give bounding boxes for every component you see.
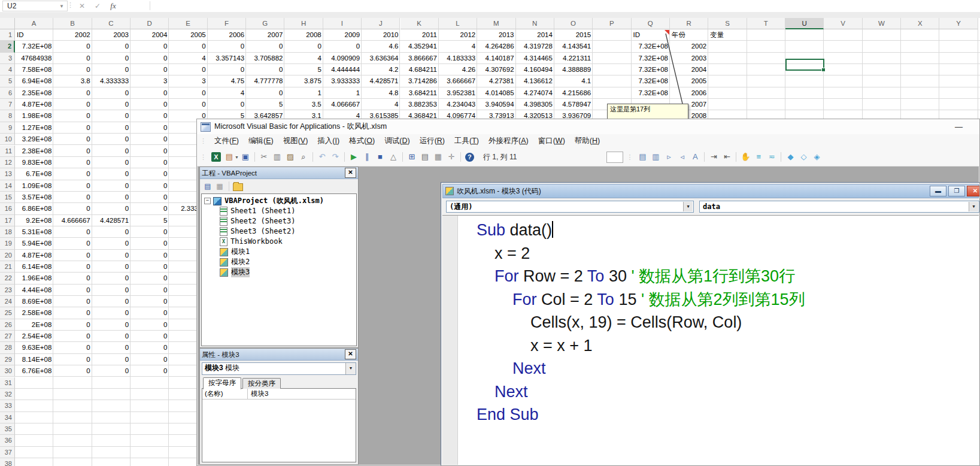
cell-D19[interactable]: 0 (131, 238, 169, 249)
cell-D18[interactable]: 0 (131, 226, 169, 238)
cell-O2[interactable]: 4.143541 (554, 41, 593, 52)
cell-N4[interactable]: 4.160494 (516, 64, 554, 75)
cell-D14[interactable]: 0 (131, 180, 169, 192)
cell-B4[interactable]: 0 (53, 64, 92, 75)
cell-H4[interactable]: 5 (284, 64, 323, 75)
toggle-breakpoint-icon[interactable]: ✋ (739, 151, 751, 163)
cell-F4[interactable]: 0 (208, 64, 246, 75)
cell-A22[interactable]: 1.96E+08 (15, 273, 53, 284)
cell-L6[interactable]: 3.952381 (439, 87, 477, 99)
cell-C5[interactable]: 4.333333 (92, 75, 131, 87)
cell-D22[interactable]: 0 (131, 273, 169, 284)
cell-B6[interactable]: 0 (53, 87, 92, 99)
cell-R6[interactable]: 2006 (670, 87, 708, 99)
code-editor-area[interactable]: Sub data() x = 2 For Row = 2 To 30 ' 数据从… (442, 215, 979, 465)
row-header-12[interactable]: 12 (0, 157, 15, 168)
cell-A25[interactable]: 2.58E+08 (15, 307, 53, 319)
row-header-19[interactable]: 19 (0, 238, 15, 249)
row-header-30[interactable]: 30 (0, 365, 15, 377)
restore-icon[interactable]: ❐ (948, 186, 965, 196)
close-icon[interactable]: ✕ (345, 168, 356, 178)
column-header-V[interactable]: V (824, 18, 862, 29)
cell-D10[interactable]: 0 (131, 134, 169, 145)
reset-icon[interactable]: ■ (374, 151, 386, 163)
cell-C18[interactable]: 0 (92, 226, 131, 238)
select-all-corner[interactable] (0, 18, 15, 29)
cell-A13[interactable]: 6.7E+08 (15, 168, 53, 180)
tree-root[interactable]: −VBAProject (吹风机.xlsm) (204, 196, 356, 206)
list-constants-icon[interactable]: ▥ (650, 151, 662, 163)
cell-A29[interactable]: 8.14E+08 (15, 354, 53, 365)
cell-D12[interactable]: 0 (131, 157, 169, 168)
object-combo[interactable]: (通用) ▼ (446, 201, 694, 213)
cell-N6[interactable]: 4.274074 (516, 87, 554, 99)
row-header-11[interactable]: 11 (0, 146, 15, 157)
column-header-O[interactable]: O (554, 18, 593, 29)
row-header-16[interactable]: 16 (0, 203, 15, 214)
row-header-13[interactable]: 13 (0, 168, 15, 180)
find-icon[interactable]: ⌕ (298, 151, 310, 163)
column-header-K[interactable]: K (401, 18, 439, 29)
cell-B14[interactable]: 0 (53, 180, 92, 192)
cell-B2[interactable]: 0 (53, 41, 92, 52)
cell-I5[interactable]: 3.933333 (323, 75, 362, 87)
cell-B17[interactable]: 4.666667 (53, 215, 92, 226)
cell-J2[interactable]: 4.6 (362, 41, 400, 52)
column-header-L[interactable]: L (439, 18, 477, 29)
cell-B24[interactable]: 0 (53, 296, 92, 307)
row-header-17[interactable]: 17 (0, 215, 15, 226)
tree-item-4[interactable]: 模块1 (204, 247, 356, 257)
cell-B20[interactable]: 0 (53, 250, 92, 261)
cell-Q4[interactable]: 7.32E+08 (632, 64, 670, 75)
cell-N2[interactable]: 4.319728 (516, 41, 554, 52)
break-icon[interactable]: ∥ (361, 151, 373, 163)
cell-G1[interactable]: 2007 (246, 29, 284, 41)
cell-Q6[interactable]: 7.32E+08 (632, 87, 670, 99)
cell-C15[interactable]: 0 (92, 192, 131, 203)
cell-R5[interactable]: 2005 (670, 75, 708, 87)
cell-E6[interactable]: 0 (169, 87, 207, 99)
column-header-W[interactable]: W (863, 18, 901, 29)
next-bookmark-icon[interactable]: ◇ (797, 151, 809, 163)
cell-B9[interactable]: 0 (53, 122, 92, 134)
row-header-10[interactable]: 10 (0, 134, 15, 145)
redo-icon[interactable]: ↷ (329, 151, 341, 163)
cell-L4[interactable]: 4.26 (439, 64, 477, 75)
row-header-3[interactable]: 3 (0, 53, 15, 64)
cell-A5[interactable]: 6.94E+08 (15, 75, 53, 87)
cell-K6[interactable]: 3.684211 (401, 87, 439, 99)
cancel-icon[interactable]: ✕ (74, 1, 90, 12)
project-panel-title-bar[interactable]: 工程 - VBAProject ✕ (200, 167, 358, 179)
cell-L5[interactable]: 3.666667 (439, 75, 477, 87)
cell-B12[interactable]: 0 (53, 157, 92, 168)
cell-D20[interactable]: 0 (131, 250, 169, 261)
cell-F6[interactable]: 4 (208, 87, 246, 99)
cell-A15[interactable]: 3.57E+08 (15, 192, 53, 203)
cell-D30[interactable]: 0 (131, 365, 169, 377)
cell-F5[interactable]: 4.75 (208, 75, 246, 87)
cell-C9[interactable]: 0 (92, 122, 131, 134)
cell-K1[interactable]: 2011 (401, 29, 439, 41)
row-header-25[interactable]: 25 (0, 307, 15, 319)
cell-B13[interactable]: 0 (53, 168, 92, 180)
menu-item-R[interactable]: 运行(R) (415, 134, 450, 148)
cell-D17[interactable]: 5 (131, 215, 169, 226)
cell-A21[interactable]: 6.14E+08 (15, 261, 53, 273)
quick-info-icon[interactable]: ▹ (663, 151, 675, 163)
cell-C16[interactable]: 0 (92, 203, 131, 214)
view-object-icon[interactable]: ▦ (214, 181, 225, 192)
cell-C30[interactable]: 0 (92, 365, 131, 377)
cell-A12[interactable]: 9.83E+08 (15, 157, 53, 168)
column-header-I[interactable]: I (323, 18, 362, 29)
cut-icon[interactable]: ✂ (258, 151, 270, 163)
row-header-9[interactable]: 9 (0, 122, 15, 134)
cell-C20[interactable]: 0 (92, 250, 131, 261)
cell-H3[interactable]: 4 (284, 53, 323, 64)
cell-O1[interactable]: 2015 (554, 29, 593, 41)
cell-O3[interactable]: 4.221311 (554, 53, 593, 64)
clear-bookmarks-icon[interactable]: ◈ (811, 151, 823, 163)
cell-B8[interactable]: 0 (53, 110, 92, 122)
cell-A2[interactable]: 7.32E+08 (15, 41, 53, 52)
cell-J1[interactable]: 2010 (362, 29, 400, 41)
row-header-5[interactable]: 5 (0, 75, 15, 87)
